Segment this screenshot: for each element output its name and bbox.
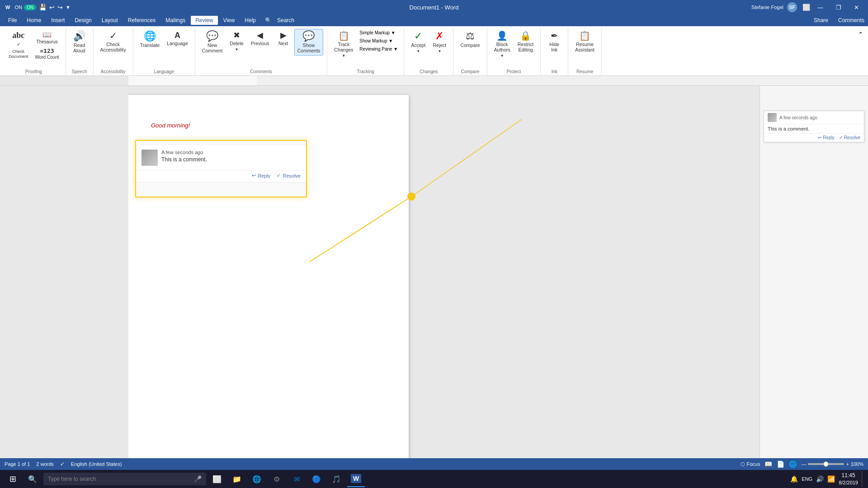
redo-btn[interactable]: ↪ <box>57 4 63 11</box>
accept-btn[interactable]: ✓ Accept ▼ <box>408 29 429 56</box>
show-desktop-btn[interactable] <box>862 471 864 487</box>
new-comment-icon: 💬 <box>206 31 218 41</box>
menu-help[interactable]: Help <box>240 16 260 25</box>
document-page[interactable]: Good morning! A few seconds ago This is … <box>128 95 409 458</box>
print-layout-icon[interactable]: 📄 <box>777 460 784 468</box>
zoom-out-btn[interactable]: — <box>801 461 806 467</box>
zoom-level[interactable]: 100% <box>851 461 863 467</box>
keyboard-layout[interactable]: ENG <box>802 476 812 482</box>
focus-btn[interactable]: ⬡ Focus <box>741 461 760 467</box>
menu-file[interactable]: File <box>4 16 21 25</box>
taskbar-search-bar[interactable]: Type here to search 🎤 <box>43 473 206 485</box>
check-accessibility-btn[interactable]: ✓ CheckAccessibility <box>97 29 129 55</box>
zoom-thumb[interactable] <box>823 461 829 467</box>
volume-icon[interactable]: 🔊 <box>816 475 824 483</box>
show-comments-icon: 💬 <box>302 31 315 41</box>
share-button[interactable]: Share <box>807 15 835 25</box>
title-bar: W ON ON 💾 ↩ ↪ ▼ Document1 - Word Stefani… <box>0 0 868 14</box>
translate-btn[interactable]: 🌐 Translate <box>137 29 163 50</box>
collapse-ribbon-btn[interactable]: ⌃ <box>855 30 866 39</box>
edge-btn[interactable]: 🌐 <box>248 471 266 487</box>
notification-icon[interactable]: 🔔 <box>790 475 798 483</box>
sidebar-reply-btn[interactable]: ↩ Reply <box>818 135 835 140</box>
zoom-in-btn[interactable]: + <box>846 461 849 467</box>
word-taskbar-icon: W <box>351 474 361 483</box>
menu-mailings[interactable]: Mailings <box>161 16 190 25</box>
ribbon-group-ink: ✒ HideInk Ink <box>541 28 568 75</box>
reject-btn[interactable]: ✗ Reject ▼ <box>429 29 449 56</box>
network-icon[interactable]: 📶 <box>827 475 835 483</box>
autosave-state[interactable]: ON <box>24 5 36 10</box>
zoom-slider[interactable] <box>808 463 844 465</box>
word-count-btn[interactable]: =123 Word Count <box>32 46 61 61</box>
delete-comment-btn[interactable]: ✖ Delete ▼ <box>226 29 246 54</box>
menu-references[interactable]: References <box>123 16 160 25</box>
file-explorer-btn[interactable]: 📁 <box>228 471 246 487</box>
voice-search-icon[interactable]: 🎤 <box>194 475 202 483</box>
thesaurus-btn[interactable]: 📖 Thesaurus <box>32 29 61 46</box>
comments-ribbon-btn[interactable]: Comments <box>838 17 864 23</box>
settings-btn[interactable]: ⚙ <box>268 471 286 487</box>
previous-comment-btn[interactable]: ◀ Previous <box>248 29 273 48</box>
chrome-btn[interactable]: 🔵 <box>307 471 326 487</box>
reviewing-pane-btn[interactable]: Reviewing Pane ▼ <box>357 45 400 53</box>
track-changes-btn[interactable]: 📋 TrackChanges ▼ <box>331 29 356 60</box>
block-authors-btn[interactable]: 👤 BlockAuthors ▼ <box>491 29 514 60</box>
language-status[interactable]: English (United States) <box>71 461 122 467</box>
mail-btn[interactable]: ✉ <box>288 471 306 487</box>
check-document-btn[interactable]: abc✓ CheckDocument <box>5 29 31 61</box>
word-count-status[interactable]: 2 words <box>36 461 54 467</box>
minimize-btn[interactable]: — <box>812 2 829 13</box>
word-taskbar-app[interactable]: W <box>347 471 365 487</box>
menu-layout[interactable]: Layout <box>97 16 123 25</box>
proofing-small-group: 📖 Thesaurus =123 Word Count <box>32 29 61 61</box>
web-layout-icon[interactable]: 🌐 <box>789 460 797 468</box>
sidebar-resolve-btn[interactable]: ✓ Resolve <box>839 135 860 140</box>
taskbar-clock[interactable]: 11:45 8/2/2019 <box>839 472 858 486</box>
resolve-btn[interactable]: ✓ Resolve <box>277 173 301 178</box>
read-mode-icon[interactable]: 📖 <box>764 460 772 468</box>
autosave-toggle[interactable]: ON ON <box>14 5 36 10</box>
language-label: Language <box>154 69 174 75</box>
resume-assistant-btn[interactable]: 📋 ResumeAssistant <box>572 29 598 55</box>
hide-ink-label: HideInk <box>550 42 560 52</box>
customize-btn[interactable]: ▼ <box>66 5 71 10</box>
user-avatar[interactable]: SF <box>787 2 797 12</box>
menu-review[interactable]: Review <box>191 16 217 25</box>
undo-btn[interactable]: ↩ <box>49 4 55 11</box>
reply-label: Reply <box>258 173 270 178</box>
right-panel: A few seconds ago This is a comment. ↩ R… <box>760 86 868 458</box>
menu-home[interactable]: Home <box>22 16 46 25</box>
show-comments-btn[interactable]: 💬 ShowComments <box>294 29 324 56</box>
menu-design[interactable]: Design <box>70 16 96 25</box>
new-comment-btn[interactable]: 💬 NewComment <box>199 29 226 56</box>
zoom-controls[interactable]: — + 100% <box>801 461 863 467</box>
save-icon[interactable]: 💾 <box>39 4 47 11</box>
itunes-btn[interactable]: 🎵 <box>327 471 345 487</box>
search-taskbar-btn[interactable]: 🔍 <box>24 471 42 487</box>
next-comment-btn[interactable]: ▶ Next <box>274 29 293 48</box>
task-view-btn[interactable]: ⬜ <box>208 471 226 487</box>
close-btn[interactable]: ✕ <box>849 2 864 13</box>
translate-label: Translate <box>140 42 160 48</box>
page-status[interactable]: Page 1 of 1 <box>5 461 30 467</box>
menu-search[interactable]: Search <box>273 16 299 25</box>
read-aloud-btn[interactable]: 🔊 ReadAloud <box>70 29 90 56</box>
accept-icon: ✓ <box>414 31 422 41</box>
user-name: Stefanie Fogel <box>751 5 783 10</box>
restrict-editing-btn[interactable]: 🔒 RestrictEditing <box>514 29 537 55</box>
ribbon-display-btn[interactable]: ⬜ <box>802 4 810 11</box>
proofing-icon[interactable]: ✓ <box>60 461 65 467</box>
compare-btn[interactable]: ⚖ Compare <box>457 29 483 50</box>
restore-btn[interactable]: ❐ <box>830 2 847 13</box>
language-btn[interactable]: A Language <box>164 29 191 48</box>
next-label: Next <box>278 41 288 46</box>
menu-insert[interactable]: Insert <box>47 16 69 25</box>
simple-markup-btn[interactable]: Simple Markup ▼ <box>357 29 400 37</box>
menu-view[interactable]: View <box>219 16 240 25</box>
reply-btn[interactable]: ↩ Reply <box>252 173 270 178</box>
start-button[interactable]: ⊞ <box>4 471 22 487</box>
language-buttons: 🌐 Translate A Language <box>137 29 191 69</box>
show-markup-btn[interactable]: Show Markup ▼ <box>357 37 400 45</box>
hide-ink-btn[interactable]: ✒ HideInk <box>544 29 564 55</box>
